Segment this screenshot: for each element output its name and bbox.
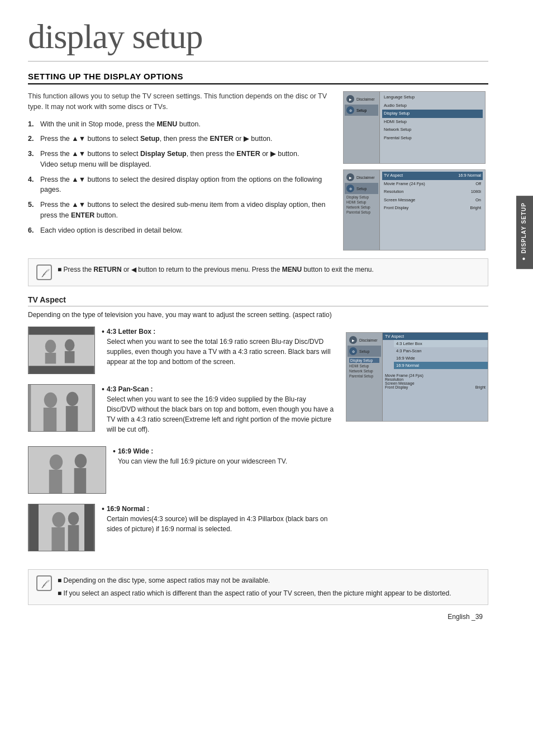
option-letterbox: 4:3 Letter Box — [394, 340, 488, 347]
tv-menu-screenshot-2: ▶ Disclaimer ⚙ Setup Display Setup HDMI … — [343, 169, 486, 251]
menu-item-audio: Audio Setup — [382, 102, 483, 110]
svg-rect-4 — [45, 353, 56, 364]
option-normal: 16:9 Normal — [394, 362, 488, 369]
svg-rect-23 — [51, 527, 64, 551]
letterbox-desc: • 4:3 Letter Box : Select when you want … — [102, 327, 335, 368]
menu-item-hdmi: HDMI Setup — [382, 118, 483, 126]
note-icon: 𝒻 — [36, 264, 52, 280]
tv-aspect-heading: TV Aspect — [28, 295, 488, 306]
aspect-menu-screenshot: ▶ Disclaimer ⚙ Setup Display Setup HDMI … — [346, 332, 488, 561]
movie-frame-option: Movie Frame (24 Fps) Resolution Screen M… — [383, 372, 488, 390]
svg-point-17 — [75, 454, 87, 468]
aspect-tv-screenshot: ▶ Disclaimer ⚙ Setup Display Setup HDMI … — [346, 332, 488, 422]
svg-rect-6 — [65, 351, 75, 363]
step-5: 5. Press the ▲▼ buttons to select the de… — [28, 200, 332, 221]
aspect-device-2: ⚙ Setup — [348, 346, 381, 357]
step-3: 3. Press the ▲▼ buttons to select Displa… — [28, 149, 332, 170]
svg-point-3 — [45, 339, 56, 352]
normal-image — [28, 504, 95, 551]
bottom-note-box: 𝒻 ■ Depending on the disc type, some asp… — [28, 569, 488, 605]
sidebar-display-setup-tab: ● DISPLAY SETUP — [516, 196, 533, 269]
svg-point-15 — [50, 455, 63, 470]
device-row-2: ⚙ Setup — [345, 105, 378, 116]
setup-note-text: ■ Press the RETURN or ◀ button to return… — [58, 264, 374, 275]
svg-rect-2 — [28, 366, 94, 374]
svg-rect-21 — [84, 504, 94, 551]
svg-rect-7 — [28, 385, 94, 431]
page-title: display setup — [28, 17, 488, 62]
tv-menu-screenshot-1: ▶ Disclaimer ⚙ Setup Language Setup Audi… — [343, 91, 486, 164]
menu-item-display: Display Setup — [382, 110, 483, 118]
screen-message-row: Screen MessageOn — [382, 196, 483, 205]
svg-point-10 — [66, 392, 78, 406]
device-row-1: ▶ Disclaimer — [345, 93, 378, 105]
svg-rect-16 — [49, 470, 62, 493]
section-heading-setup: SETTING UP THE DISPLAY OPTIONS — [28, 72, 488, 84]
step-2: 2. Press the ▲▼ buttons to select Setup,… — [28, 134, 332, 144]
setup-steps-list: 1. With the unit in Stop mode, press the… — [28, 119, 332, 236]
svg-rect-25 — [68, 525, 79, 551]
svg-point-22 — [52, 512, 65, 527]
wide-desc: • 16:9 Wide : You can view the full 16:9… — [113, 446, 335, 468]
menu-item-language: Language Setup — [382, 93, 483, 102]
letterbox-image — [28, 327, 95, 374]
aspect-device-1: ▶ Disclaimer — [348, 334, 381, 346]
tv-aspect-row: TV Aspect16:9 Normal — [382, 172, 483, 180]
step-4: 4. Press the ▲▼ buttons to select the de… — [28, 174, 332, 196]
resolution-row: Resolution1080i — [382, 188, 483, 196]
setup-right-screenshots: ▶ Disclaimer ⚙ Setup Language Setup Audi… — [343, 91, 488, 251]
svg-rect-9 — [44, 408, 56, 431]
panscan-desc: • 4:3 Pan-Scan : Select when you want to… — [102, 384, 335, 436]
menu-item-parental: Parental Setup — [382, 134, 483, 143]
setup-note-box: 𝒻 ■ Press the RETURN or ◀ button to retu… — [28, 258, 488, 286]
aspect-item-normal: • 16:9 Normal : Certain movies(4:3 sourc… — [28, 504, 335, 551]
page-number: English _39 — [28, 613, 488, 621]
svg-rect-13 — [92, 385, 94, 431]
bottom-note-icon: 𝒻 — [36, 575, 52, 591]
device-row-2b: ⚙ Setup — [345, 183, 378, 194]
wide-image — [28, 446, 106, 494]
normal-desc: • 16:9 Normal : Certain movies(4:3 sourc… — [102, 504, 335, 536]
aspect-item-letterbox: • 4:3 Letter Box : Select when you want … — [28, 327, 335, 374]
setup-intro: This function allows you to setup the TV… — [28, 91, 330, 112]
svg-point-8 — [44, 393, 57, 408]
svg-rect-12 — [28, 385, 31, 431]
svg-rect-14 — [29, 447, 106, 493]
svg-rect-20 — [28, 504, 39, 551]
device-row-1b: ▶ Disclaimer — [345, 172, 378, 183]
step-1: 1. With the unit in Stop mode, press the… — [28, 119, 332, 130]
movie-frame-row: Movie Frame (24 Fps)Off — [382, 180, 483, 188]
menu-item-network: Network Setup — [382, 126, 483, 134]
option-panscan: 4:3 Pan-Scan — [394, 347, 488, 355]
tv-aspect-intro: Depending on the type of television you … — [28, 310, 488, 320]
aspect-item-panscan: • 4:3 Pan-Scan : Select when you want to… — [28, 384, 335, 436]
svg-rect-1 — [28, 327, 94, 335]
front-display-row: Front DisplayBright — [382, 204, 483, 212]
aspect-content: • 4:3 Letter Box : Select when you want … — [28, 327, 488, 561]
bottom-note-content: ■ Depending on the disc type, some aspec… — [58, 575, 451, 599]
panscan-image — [28, 384, 95, 432]
option-wide: 16:9 Wide — [394, 355, 488, 362]
aspect-items-list: • 4:3 Letter Box : Select when you want … — [28, 327, 335, 561]
aspect-item-wide: • 16:9 Wide : You can view the full 16:9… — [28, 446, 335, 494]
svg-rect-11 — [66, 406, 78, 431]
svg-point-5 — [65, 339, 75, 351]
svg-point-24 — [68, 512, 79, 525]
setup-left-content: This function allows you to setup the TV… — [28, 91, 332, 251]
step-6: 6. Each video option is described in det… — [28, 225, 332, 236]
svg-rect-18 — [74, 468, 86, 493]
